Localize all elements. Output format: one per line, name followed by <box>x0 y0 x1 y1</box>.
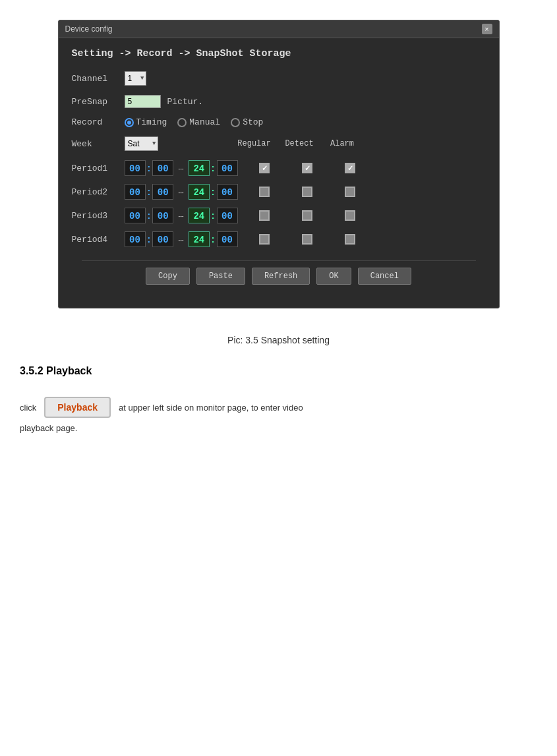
button-bar: Copy Paste Refresh OK Cancel <box>82 260 476 285</box>
col-header-regular: Regular <box>237 139 272 148</box>
checkbox-group <box>250 163 365 173</box>
week-row: Week Sun Mon Tue Wed Thu Fri Sat ▼ Re <box>72 136 486 151</box>
record-label: Record <box>72 117 125 127</box>
end-hour[interactable]: 24 <box>189 184 210 200</box>
checkbox[interactable] <box>345 187 355 197</box>
record-row: Record Timing Manual Stop <box>72 117 486 127</box>
regular-cb-item <box>250 210 279 221</box>
start-min[interactable]: 00 <box>152 208 173 223</box>
checkbox[interactable] <box>259 187 270 197</box>
checkbox[interactable] <box>302 210 312 221</box>
periods-container: Period1 00 : 00 -- 24 : 00 Period2 00 : … <box>72 160 486 247</box>
playback-row: click Playback at upper left side on mon… <box>20 397 537 418</box>
alarm-cb-item <box>336 163 365 173</box>
timing-radio-dot[interactable] <box>125 118 134 127</box>
alarm-cb-item <box>336 234 365 245</box>
description-text: at upper left side on monitor page, to e… <box>119 403 303 413</box>
ok-button[interactable]: OK <box>316 268 351 285</box>
detect-cb-item <box>293 234 322 245</box>
checkbox[interactable] <box>345 234 355 245</box>
presnap-label: PreSnap <box>72 97 125 107</box>
col-header-alarm: Alarm <box>328 139 357 148</box>
col-header-detect: Detect <box>285 139 314 148</box>
end-min[interactable]: 00 <box>217 184 238 200</box>
checkbox[interactable] <box>259 163 270 173</box>
regular-cb-item <box>250 234 279 245</box>
copy-button[interactable]: Copy <box>146 268 190 285</box>
time-group-start: 00 : 00 -- 24 : 00 <box>125 208 238 223</box>
channel-label: Channel <box>72 74 125 84</box>
period-label: Period4 <box>72 235 125 245</box>
radio-manual[interactable]: Manual <box>177 117 220 127</box>
start-min[interactable]: 00 <box>152 231 173 247</box>
start-min[interactable]: 00 <box>152 184 173 200</box>
dialog-titlebar: Device config × <box>59 20 499 38</box>
alarm-cb-item <box>336 187 365 197</box>
checkbox[interactable] <box>302 187 312 197</box>
end-hour[interactable]: 24 <box>189 160 210 176</box>
radio-timing[interactable]: Timing <box>125 117 167 127</box>
period-label: Period1 <box>72 163 125 173</box>
presnap-row: PreSnap Pictur. <box>72 95 486 108</box>
presnap-input[interactable] <box>125 95 161 108</box>
start-hour[interactable]: 00 <box>125 160 146 176</box>
channel-row: Channel 1 2 3 4 ▼ <box>72 71 486 86</box>
record-radio-group: Timing Manual Stop <box>125 117 264 127</box>
regular-cb-item <box>250 187 279 197</box>
manual-radio-dot[interactable] <box>177 118 187 127</box>
playback-button[interactable]: Playback <box>44 397 111 418</box>
cancel-button[interactable]: Cancel <box>358 268 411 285</box>
section-heading: 3.5.2 Playback <box>20 365 537 377</box>
picture-label: Pictur. <box>167 97 204 107</box>
end-min[interactable]: 00 <box>217 208 238 223</box>
channel-select[interactable]: 1 2 3 4 <box>125 71 146 86</box>
channel-select-wrapper[interactable]: 1 2 3 4 ▼ <box>125 71 146 86</box>
checkbox-group <box>250 187 365 197</box>
timing-label: Timing <box>136 117 167 127</box>
stop-radio-dot[interactable] <box>231 118 240 127</box>
checkbox-group <box>250 234 365 245</box>
period-label: Period2 <box>72 187 125 197</box>
start-hour[interactable]: 00 <box>125 184 146 200</box>
click-text: click <box>20 403 36 413</box>
playback-section: click Playback at upper left side on mon… <box>20 397 537 433</box>
end-min[interactable]: 00 <box>217 160 238 176</box>
period-row-2: Period2 00 : 00 -- 24 : 00 <box>72 184 486 200</box>
paste-button[interactable]: Paste <box>196 268 245 285</box>
detect-cb-item <box>293 163 322 173</box>
detect-cb-item <box>293 187 322 197</box>
end-hour[interactable]: 24 <box>189 231 210 247</box>
radio-stop[interactable]: Stop <box>231 117 263 127</box>
checkbox[interactable] <box>302 234 312 245</box>
playback-page-text: playback page. <box>20 423 537 433</box>
manual-label: Manual <box>189 117 220 127</box>
time-group-start: 00 : 00 -- 24 : 00 <box>125 184 238 200</box>
start-hour[interactable]: 00 <box>125 208 146 223</box>
dialog-title: Device config <box>65 24 113 34</box>
checkbox[interactable] <box>259 210 270 221</box>
period-label: Period3 <box>72 211 125 221</box>
end-hour[interactable]: 24 <box>189 208 210 223</box>
breadcrumb: Setting -> Record -> SnapShot Storage <box>72 48 486 59</box>
week-select-wrapper[interactable]: Sun Mon Tue Wed Thu Fri Sat ▼ <box>125 136 158 151</box>
time-group-start: 00 : 00 -- 24 : 00 <box>125 160 238 176</box>
checkbox[interactable] <box>259 234 270 245</box>
refresh-button[interactable]: Refresh <box>252 268 310 285</box>
checkbox[interactable] <box>302 163 312 173</box>
period-row-3: Period3 00 : 00 -- 24 : 00 <box>72 208 486 223</box>
dialog-content: Setting -> Record -> SnapShot Storage Ch… <box>59 38 499 295</box>
checkbox-group <box>250 210 365 221</box>
start-min[interactable]: 00 <box>152 160 173 176</box>
caption: Pic: 3.5 Snapshot setting <box>20 335 537 345</box>
alarm-cb-item <box>336 210 365 221</box>
device-config-dialog: Device config × Setting -> Record -> Sna… <box>58 20 500 308</box>
close-button[interactable]: × <box>482 24 492 34</box>
stop-label: Stop <box>243 117 263 127</box>
checkbox[interactable] <box>345 210 355 221</box>
week-label: Week <box>72 139 125 149</box>
checkbox[interactable] <box>345 163 355 173</box>
week-select[interactable]: Sun Mon Tue Wed Thu Fri Sat <box>125 136 158 151</box>
time-group-start: 00 : 00 -- 24 : 00 <box>125 231 238 247</box>
end-min[interactable]: 00 <box>217 231 238 247</box>
start-hour[interactable]: 00 <box>125 231 146 247</box>
